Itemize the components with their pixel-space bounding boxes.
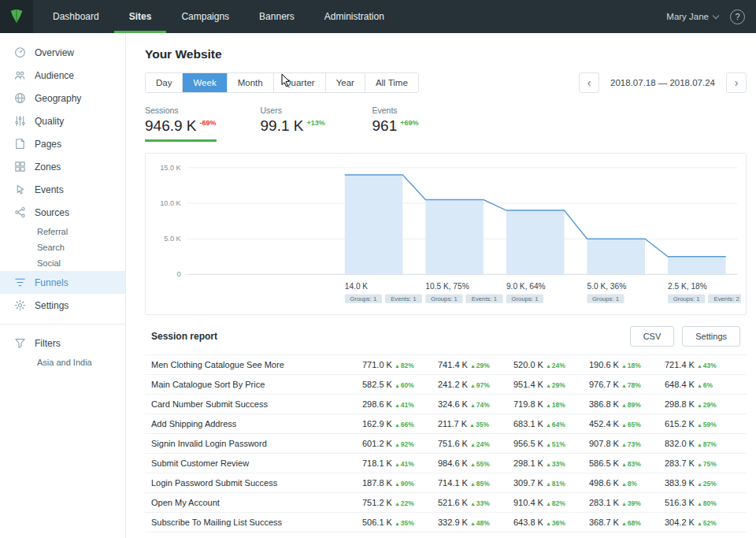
up-arrow-icon: ▲ [621, 501, 627, 506]
up-arrow-icon: ▲ [697, 501, 702, 506]
row-value-cell: 211.7 K▲35% [438, 419, 513, 429]
cell-delta: ▲24% [546, 362, 565, 369]
table-row[interactable]: Add Shipping Address162.9 K▲66%211.7 K▲3… [145, 414, 747, 433]
tab-all-time[interactable]: All Time [365, 73, 418, 92]
tab-year[interactable]: Year [326, 73, 365, 92]
sidebar-item-pages[interactable]: Pages [0, 132, 125, 155]
cell-value: 283.7 K [665, 458, 695, 468]
sidebar-item-geography[interactable]: Geography [0, 87, 125, 109]
table-row[interactable]: Open My Account751.2 K▲22%521.6 K▲33%910… [145, 492, 747, 512]
cell-delta: ▲89% [621, 401, 641, 409]
cell-value: 648.4 K [665, 380, 695, 389]
prev-period-button[interactable]: ‹ [579, 72, 599, 93]
table-row[interactable]: Add to Wishlist842.9 K▲7%647.4 K▲74%164.… [145, 532, 747, 538]
row-value-cell: 190.6 K▲18% [589, 360, 665, 369]
cell-value: 386.8 K [589, 399, 619, 409]
sidebar-item-zones[interactable]: Zones [0, 155, 125, 178]
cell-value: 298.1 K [513, 458, 543, 468]
row-name: Card Number Submit Success [151, 399, 362, 409]
row-value-cell: 984.6 K▲55% [438, 458, 513, 468]
audience-icon [14, 69, 26, 81]
cell-delta: ▲90% [395, 480, 414, 488]
tab-quarter[interactable]: Quarter [274, 73, 326, 92]
sidebar-item-overview[interactable]: Overview [0, 41, 125, 64]
stat-events[interactable]: Events961+69% [372, 106, 440, 142]
cell-value: 368.7 K [589, 518, 619, 527]
up-arrow-icon: ▲ [697, 462, 702, 467]
table-row[interactable]: Men Clothing Catalogue See More771.0 K▲8… [145, 354, 747, 374]
svg-text:15.0 K: 15.0 K [160, 165, 181, 172]
row-value-cell: 832.0 K▲87% [665, 439, 740, 448]
sidebar-item-audience[interactable]: Audience [0, 64, 125, 87]
settings-button[interactable]: Settings [682, 326, 740, 347]
up-arrow-icon: ▲ [697, 403, 702, 408]
nav-item-administration[interactable]: Administration [309, 0, 399, 33]
stat-sessions[interactable]: Sessions946.9 K-69% [145, 106, 217, 142]
sidebar-subitem-search[interactable]: Search [0, 239, 125, 255]
sidebar-item-funnels[interactable]: Funnels [0, 271, 125, 294]
cell-delta: ▲41% [395, 460, 414, 468]
user-menu[interactable]: Mary Jane [666, 12, 718, 21]
sidebar-item-quality[interactable]: Quality [0, 109, 125, 132]
up-arrow-icon: ▲ [546, 403, 551, 408]
stat-value: 961+69% [372, 117, 440, 135]
row-value-cell: 324.6 K▲74% [438, 399, 513, 409]
cell-delta: ▲29% [697, 401, 717, 409]
table-row[interactable]: Card Number Submit Success298.6 K▲41%324… [145, 394, 747, 414]
csv-button[interactable]: CSV [630, 326, 675, 347]
next-period-button[interactable]: › [726, 72, 747, 93]
row-value-cell: 601.2 K▲92% [362, 439, 438, 448]
sidebar-subitem-social[interactable]: Social [0, 255, 125, 271]
cell-delta: ▲25% [697, 480, 717, 488]
sidebar-item-label: Sources [35, 207, 69, 218]
main-content: Your Website DayWeekMonthQuarterYearAll … [126, 33, 756, 538]
stat-delta: -69% [200, 119, 217, 127]
tab-day[interactable]: Day [146, 73, 183, 92]
up-arrow-icon: ▲ [395, 442, 400, 447]
app-logo-icon[interactable] [0, 0, 33, 33]
sidebar-subitem-referral[interactable]: Referral [0, 224, 125, 239]
up-arrow-icon: ▲ [546, 462, 551, 467]
row-value-cell: 498.6 K▲8% [589, 478, 665, 488]
report-title: Session report [151, 331, 217, 342]
row-name: Subscribe To Mailing List Success [151, 518, 362, 527]
cell-value: 751.6 K [438, 439, 468, 448]
sidebar-item-settings[interactable]: Settings [0, 294, 125, 317]
cell-delta: ▲6% [697, 381, 713, 389]
nav-item-campaigns[interactable]: Campaigns [166, 0, 244, 33]
table-row[interactable]: Subscribe To Mailing List Success506.1 K… [145, 512, 747, 532]
sidebar-item-filters[interactable]: Filters [0, 332, 125, 354]
up-arrow-icon: ▲ [395, 481, 400, 487]
tab-week[interactable]: Week [183, 73, 227, 92]
cell-delta: ▲64% [546, 421, 565, 429]
cell-value: 719.8 K [513, 399, 543, 409]
sidebar-subitem-asia-and-india[interactable]: Asia and India [0, 354, 125, 370]
svg-text:5.0 K, 36%: 5.0 K, 36% [587, 282, 627, 291]
up-arrow-icon: ▲ [470, 383, 476, 388]
nav-item-sites[interactable]: Sites [114, 0, 167, 33]
nav-item-banners[interactable]: Banners [244, 0, 309, 33]
table-row[interactable]: Login Password Submit Success187.8 K▲90%… [145, 473, 747, 492]
help-icon[interactable]: ? [730, 9, 745, 24]
sidebar-item-events[interactable]: Events [0, 178, 125, 201]
tab-month[interactable]: Month [228, 73, 274, 92]
table-row[interactable]: Signin Invalid Login Password601.2 K▲92%… [145, 433, 747, 453]
up-arrow-icon: ▲ [621, 521, 627, 526]
nav-item-dashboard[interactable]: Dashboard [38, 0, 114, 33]
up-arrow-icon: ▲ [395, 363, 400, 369]
sidebar-item-label: Zones [35, 161, 61, 173]
row-name: Men Clothing Catalogue See More [151, 360, 362, 369]
row-name: Open My Account [151, 498, 362, 507]
table-row[interactable]: Main Catalogue Sort By Price582.5 K▲60%2… [145, 374, 747, 394]
cell-delta: ▲8% [621, 480, 637, 488]
row-value-cell: 298.1 K▲33% [513, 458, 589, 468]
table-row[interactable]: Submit Customer Review718.1 K▲41%984.6 K… [145, 453, 747, 473]
stat-users[interactable]: Users99.1 K+13% [261, 106, 328, 142]
up-arrow-icon: ▲ [546, 521, 551, 526]
svg-text:Groups: 1: Groups: 1 [512, 295, 539, 302]
svg-text:Events: 2: Events: 2 [714, 295, 739, 302]
row-value-cell: 721.4 K▲43% [665, 360, 740, 369]
sidebar-item-sources[interactable]: Sources [0, 201, 125, 224]
row-value-cell: 386.8 K▲89% [589, 399, 665, 409]
sidebar-item-label: Settings [35, 300, 69, 311]
